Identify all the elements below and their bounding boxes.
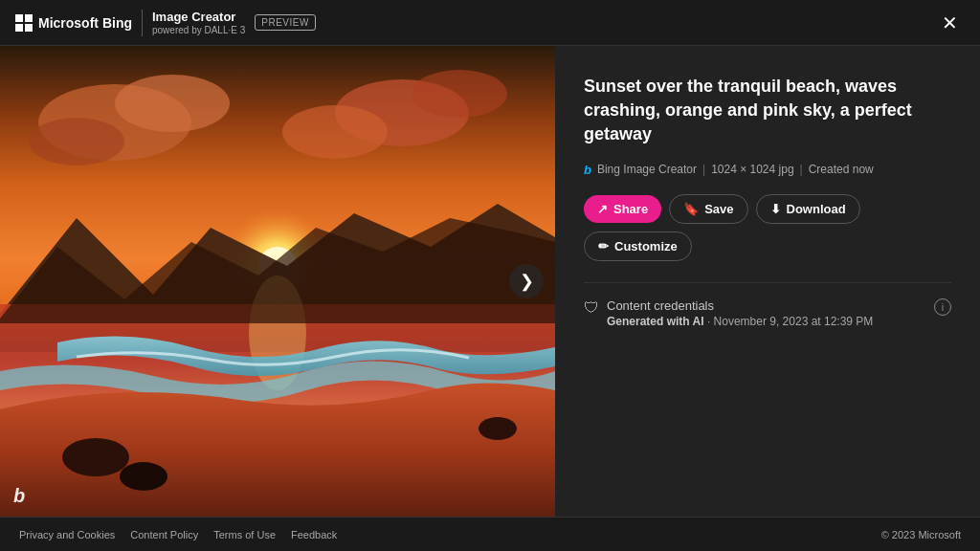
meta-created: Created now <box>809 163 874 176</box>
bing-text: Microsoft Bing <box>38 15 132 31</box>
content-policy-link[interactable]: Content Policy <box>130 529 198 540</box>
header-left: Microsoft Bing Image Creator powered by … <box>15 10 316 36</box>
action-buttons: ↗ Share 🔖 Save ⬇ Download ✏ Customize <box>584 194 951 261</box>
bing-watermark: b <box>13 485 25 507</box>
credentials-icon: 🛡 <box>584 299 599 317</box>
footer: Privacy and Cookies Content Policy Terms… <box>0 517 980 551</box>
customize-icon: ✏ <box>598 239 609 253</box>
image-title: Sunset over the tranquil beach, waves cr… <box>584 75 951 147</box>
credentials-text: Content credentials Generated with AI · … <box>607 298 873 328</box>
image-creator-title: Image Creator <box>152 10 245 25</box>
windows-icon <box>15 14 33 32</box>
next-arrow-button[interactable]: ❯ <box>509 264 544 298</box>
svg-point-6 <box>282 105 388 159</box>
feedback-link[interactable]: Feedback <box>291 529 337 540</box>
credentials-date: · November 9, 2023 at 12:39 PM <box>707 315 873 328</box>
image-meta: b Bing Image Creator | 1024 × 1024 jpg |… <box>584 163 951 177</box>
share-icon: ↗ <box>597 202 608 216</box>
info-panel: Sunset over the tranquil beach, waves cr… <box>555 46 980 517</box>
download-label: Download <box>787 202 846 216</box>
download-button[interactable]: ⬇ Download <box>756 194 860 224</box>
credentials-ai-label: Generated with AI <box>607 315 704 328</box>
header: Microsoft Bing Image Creator powered by … <box>0 0 980 46</box>
meta-sep2: | <box>800 163 803 176</box>
header-divider <box>142 10 143 36</box>
svg-point-3 <box>29 118 124 165</box>
save-label: Save <box>704 202 733 216</box>
preview-badge: PREVIEW <box>255 14 316 31</box>
share-label: Share <box>613 202 648 216</box>
main-content: b ❯ Sunset over the tranquil beach, wave… <box>0 46 980 517</box>
svg-point-2 <box>115 75 230 132</box>
credentials-detail: Generated with AI · November 9, 2023 at … <box>607 315 873 328</box>
meta-source: Bing Image Creator <box>597 163 697 176</box>
info-icon[interactable]: i <box>934 298 951 316</box>
save-button[interactable]: 🔖 Save <box>669 194 747 224</box>
close-button[interactable]: ✕ <box>934 8 965 38</box>
beach-image <box>0 46 555 517</box>
svg-point-12 <box>62 438 129 476</box>
customize-button[interactable]: ✏ Customize <box>584 231 692 261</box>
footer-links: Privacy and Cookies Content Policy Terms… <box>19 529 337 540</box>
credentials-label: Content credentials <box>607 298 873 313</box>
image-creator-block: Image Creator powered by DALL·E 3 <box>152 10 245 35</box>
bing-icon: b <box>584 163 591 177</box>
image-area: b ❯ <box>0 46 555 517</box>
powered-by-text: powered by DALL·E 3 <box>152 25 245 35</box>
svg-point-5 <box>412 70 507 118</box>
download-icon: ⬇ <box>770 202 781 216</box>
customize-label: Customize <box>614 239 678 253</box>
terms-link[interactable]: Terms of Use <box>213 529 276 540</box>
ms-bing-logo: Microsoft Bing <box>15 14 132 32</box>
content-credentials: 🛡 Content credentials Generated with AI … <box>584 282 951 328</box>
svg-point-13 <box>120 462 167 491</box>
share-button[interactable]: ↗ Share <box>584 195 661 223</box>
save-icon: 🔖 <box>683 202 699 216</box>
meta-size: 1024 × 1024 jpg <box>711 163 793 176</box>
footer-copyright: © 2023 Microsoft <box>881 529 961 540</box>
svg-point-14 <box>479 417 517 440</box>
meta-sep1: | <box>702 163 705 176</box>
privacy-link[interactable]: Privacy and Cookies <box>19 529 115 540</box>
